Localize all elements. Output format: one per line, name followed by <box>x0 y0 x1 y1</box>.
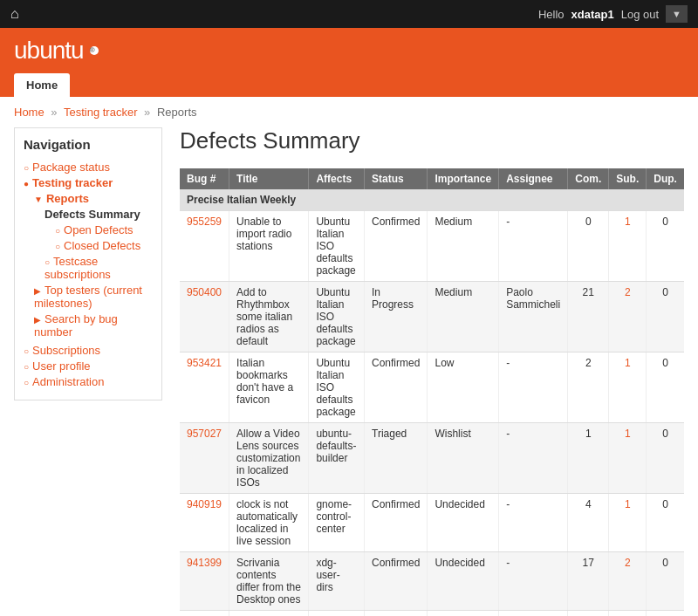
breadcrumb-home[interactable]: Home <box>14 106 44 119</box>
bug-sub-cell: 1 <box>609 611 647 617</box>
sidebar-item-package-status[interactable]: ○Package status <box>24 161 153 174</box>
bug-com-cell: 4 <box>568 494 609 552</box>
bug-assignee-cell: - <box>499 423 568 494</box>
bug-sub-cell: 1 <box>609 211 647 282</box>
logout-link[interactable]: Log out <box>621 8 659 21</box>
sub-link[interactable]: 2 <box>625 286 631 298</box>
bug-status-cell: Confirmed <box>365 494 428 552</box>
bug-title-cell: Apport doesn't open bugs "package not ge… <box>229 611 309 617</box>
bug-number-cell: 950400 <box>180 282 229 352</box>
main-layout: Navigation ○Package status ●Testing trac… <box>0 127 698 616</box>
sub-link[interactable]: 1 <box>625 357 631 369</box>
brand-name: ubuntu <box>14 37 84 65</box>
bug-assignee-cell: Paolo Sammicheli <box>499 282 568 352</box>
sidebar-title: Navigation <box>24 137 153 152</box>
brand-logo: ubuntu® <box>14 37 99 65</box>
page-title: Defects Summary <box>180 127 684 154</box>
sub-link[interactable]: 1 <box>625 216 631 228</box>
bug-affects-cell: gnome-control-center <box>309 494 365 552</box>
content-area: Defects Summary Bug # Title Affects Stat… <box>180 127 684 616</box>
col-header-sub: Sub. <box>609 168 647 189</box>
bug-link[interactable]: 957027 <box>187 428 222 440</box>
sidebar-item-search-bug[interactable]: ▶Search by bug number <box>24 312 153 339</box>
sub-link[interactable]: 1 <box>625 428 631 440</box>
col-header-dup: Dup. <box>647 168 684 189</box>
bug-status-cell: Confirmed <box>365 352 428 423</box>
bug-sub-cell: 1 <box>609 423 647 494</box>
bug-importance-cell: Medium <box>428 282 499 352</box>
tab-home[interactable]: Home <box>14 73 70 97</box>
col-header-affects: Affects <box>309 168 365 189</box>
bug-affects-cell: Ubuntu Italian ISO defaults package <box>309 282 365 352</box>
bug-importance-cell: Wishlist <box>428 423 499 494</box>
bug-sub-cell: 2 <box>609 552 647 611</box>
sidebar-item-user-profile[interactable]: ○User profile <box>24 359 153 373</box>
table-row: 950400 Add to Rhythmbox some italian rad… <box>180 282 684 352</box>
bug-link[interactable]: 955259 <box>187 216 222 228</box>
sidebar-item-top-testers[interactable]: ▶Top testers (current milestones) <box>24 284 153 310</box>
breadcrumb: Home » Testing tracker » Reports <box>0 97 698 127</box>
username-label: xdatap1 <box>571 8 614 21</box>
bug-number-cell: 954892 <box>180 611 229 617</box>
bug-affects-cell: Ubuntu Italian ISO defaults package <box>309 211 365 282</box>
bug-com-cell: 21 <box>568 282 609 352</box>
bug-com-cell: 1 <box>568 423 609 494</box>
sidebar-item-testing-tracker[interactable]: ●Testing tracker <box>24 176 153 189</box>
bug-com-cell: 0 <box>568 211 609 282</box>
bug-affects-cell: xdg-user-dirs <box>309 552 365 611</box>
col-header-bug: Bug # <box>180 168 229 189</box>
bug-number-cell: 940919 <box>180 494 229 552</box>
bug-affects-cell: Ubuntu Italian ISO defaults package <box>309 352 365 423</box>
bug-assignee-cell: - <box>499 494 568 552</box>
bug-importance-cell: Medium <box>428 211 499 282</box>
sidebar-item-administration[interactable]: ○Administration <box>24 375 153 388</box>
sub-link[interactable]: 1 <box>625 498 631 510</box>
breadcrumb-current: Reports <box>157 106 197 119</box>
sidebar-item-defects-summary[interactable]: Defects Summary <box>24 208 153 221</box>
bug-link[interactable]: 950400 <box>187 286 222 298</box>
home-icon[interactable]: ⌂ <box>10 6 19 22</box>
bug-link[interactable]: 941399 <box>187 557 222 569</box>
sidebar: Navigation ○Package status ●Testing trac… <box>14 127 162 400</box>
col-header-importance: Importance <box>428 168 499 189</box>
sub-link[interactable]: 2 <box>625 557 631 569</box>
bug-title-cell: Allow a Video Lens sources customization… <box>229 423 309 494</box>
breadcrumb-testing-tracker[interactable]: Testing tracker <box>64 106 138 119</box>
bug-affects-cell: Ubuntu Italian ISO defaults package <box>309 611 365 617</box>
bug-link[interactable]: 953421 <box>187 357 222 369</box>
table-row: 955259 Unable to import radio stations U… <box>180 211 684 282</box>
col-header-title: Title <box>229 168 309 189</box>
bug-assignee-cell: - <box>499 552 568 611</box>
bug-status-cell: Triaged <box>365 423 428 494</box>
bug-importance-cell: Low <box>428 352 499 423</box>
bug-assignee-cell: - <box>499 611 568 617</box>
bug-status-cell: Fix Released <box>365 611 428 617</box>
sidebar-item-subscriptions[interactable]: ○Subscriptions <box>24 344 153 357</box>
brandbar: ubuntu® <box>0 28 698 73</box>
bug-link[interactable]: 940919 <box>187 498 222 510</box>
nav-tabs: Home <box>0 73 698 97</box>
bug-importance-cell: Undecided <box>428 552 499 611</box>
bug-title-cell: Scrivania contents differ from the Deskt… <box>229 552 309 611</box>
bug-dup-cell: 0 <box>647 282 684 352</box>
sidebar-item-testcase-subscriptions[interactable]: ○Testcase subscriptions <box>24 255 153 281</box>
sidebar-item-open-defects[interactable]: ○Open Defects <box>24 223 153 236</box>
bug-assignee-cell: - <box>499 352 568 423</box>
table-row: 954892 Apport doesn't open bugs "package… <box>180 611 684 617</box>
bug-com-cell: 2 <box>568 352 609 423</box>
sep2: » <box>144 106 150 119</box>
sidebar-item-closed-defects[interactable]: ○Closed Defects <box>24 239 153 252</box>
bug-dup-cell: 0 <box>647 211 684 282</box>
bug-title-cell: clock is not automatically localized in … <box>229 494 309 552</box>
section-header-row: Precise Italian Weekly <box>180 189 684 211</box>
bug-sub-cell: 1 <box>609 494 647 552</box>
bug-affects-cell: ubuntu-defaults-builder <box>309 423 365 494</box>
sidebar-item-reports[interactable]: ▼Reports <box>24 192 153 205</box>
bug-assignee-cell: - <box>499 211 568 282</box>
bug-dup-cell: 0 <box>647 423 684 494</box>
bug-title-cell: Add to Rhythmbox some italian radios as … <box>229 282 309 352</box>
dropdown-button[interactable]: ▼ <box>666 5 688 23</box>
hello-text: Hello <box>538 8 565 21</box>
bug-number-cell: 941399 <box>180 552 229 611</box>
bug-importance-cell: Undecided <box>428 611 499 617</box>
